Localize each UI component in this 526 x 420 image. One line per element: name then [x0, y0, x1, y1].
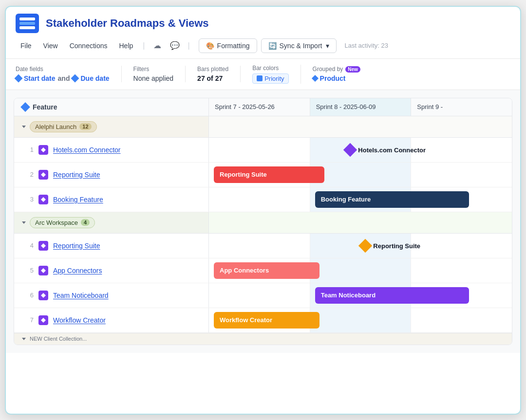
nav-help[interactable]: Help [114, 39, 138, 53]
arc-reporting-label: Reporting Suite [373, 242, 420, 249]
grouped-by-label: Grouped by New [313, 66, 360, 73]
row-num-3: 3 [22, 196, 34, 203]
gantt-column-header: Feature [14, 98, 209, 116]
filters-label: Filters [133, 66, 174, 73]
priority-badge[interactable]: Priority [252, 73, 288, 84]
sprint-header-2: Sprint 8 - 2025-06-09 [310, 98, 412, 116]
bottom-hint-left: NEW Client Collection... [14, 336, 209, 342]
chat-icon[interactable]: 💬 [167, 38, 183, 54]
booking-feature-bar-label: Booking Feature [321, 196, 371, 203]
product-icon [312, 75, 319, 82]
nav-file[interactable]: File [16, 39, 37, 53]
group-left-2: Arc Workspace 4 [14, 212, 209, 233]
palette-icon: 🎨 [206, 42, 214, 50]
bars-plotted-section: Bars plotted 27 of 27 [197, 66, 241, 82]
product-text[interactable]: Product [320, 74, 346, 82]
svg-marker-3 [41, 243, 46, 248]
feature-header-text: Feature [33, 103, 57, 111]
table-row: 7 Workflow Creator Workflow Creator [14, 308, 512, 333]
row-name-1[interactable]: Hotels.com Connector [53, 146, 121, 154]
workflow-creator-bar-label: Workflow Creator [220, 316, 272, 324]
team-noticeboard-bar-label: Team Noticeboard [321, 292, 376, 299]
logo-line-2 [19, 22, 35, 25]
row-name-7[interactable]: Workflow Creator [53, 316, 106, 324]
priority-icon [257, 75, 263, 81]
row-name-2[interactable]: Reporting Suite [53, 171, 100, 179]
date-fields-section: Date fields Start date and Due date [16, 66, 122, 82]
bars-plotted-count: 27 of 27 [197, 74, 223, 82]
gantt-cell-5-2 [310, 258, 412, 283]
gantt-cell-5-1: App Connectors [209, 258, 310, 283]
row-name-3[interactable]: Booking Feature [53, 196, 103, 203]
feature-diamond-icon [20, 102, 30, 112]
row-name-5[interactable]: App Connectors [53, 267, 102, 274]
sync-import-button[interactable]: 🔄 Sync & Import ▾ [261, 38, 337, 53]
due-date-icon [71, 74, 79, 83]
reporting-suite-bar: Reporting Suite [214, 166, 324, 183]
group-count-2: 4 [81, 219, 90, 226]
feature-icon-6 [38, 291, 48, 300]
start-date-icon [15, 74, 23, 83]
hotels-bar-label: Hotels.com Connector [358, 146, 426, 153]
group-row-2: Arc Workspace 4 [14, 212, 512, 234]
row-num-4: 4 [22, 242, 34, 249]
gantt-cell-7-1: Workflow Creator [209, 308, 310, 332]
grouped-by-section: Grouped by New Product [313, 66, 360, 82]
start-date-text[interactable]: Start date [24, 74, 56, 82]
header-top: Stakeholder Roadmaps & Views [16, 14, 510, 33]
nav-view[interactable]: View [38, 39, 63, 53]
chevron-down-icon-2[interactable] [22, 221, 26, 224]
gantt-sprint-headers: Sprint 7 - 2025-05-26 Sprint 8 - 2025-06… [209, 98, 512, 116]
due-date-text[interactable]: Due date [80, 74, 109, 82]
none-applied-text[interactable]: None applied [133, 74, 174, 82]
row-name-4[interactable]: Reporting Suite [53, 242, 100, 250]
gantt-cell-4-1 [209, 234, 310, 258]
row-left-2: 2 Reporting Suite [14, 163, 209, 187]
formatting-button[interactable]: 🎨 Formatting [199, 38, 257, 53]
app-title: Stakeholder Roadmaps & Views [46, 17, 209, 30]
row-name-6[interactable]: Team Noticeboard [53, 292, 109, 299]
new-badge: New [345, 66, 360, 73]
nav-connections[interactable]: Connections [65, 39, 113, 53]
gantt-cell-1-3 [411, 138, 512, 162]
feature-icon-7 [38, 315, 48, 325]
gantt-cell-2-3 [411, 163, 512, 187]
header-nav: File View Connections Help | ☁ 💬 | 🎨 For… [16, 38, 510, 58]
group-row-1: Alelphi Launch 12 [14, 116, 512, 138]
bar-colors-section: Bar colors Priority [252, 65, 301, 84]
grouped-by-value: Product [313, 74, 360, 82]
main-content: Feature Sprint 7 - 2025-05-26 Sprint 8 -… [6, 90, 520, 353]
filters-bar: Date fields Start date and Due date Filt… [6, 59, 520, 90]
logo-line-3 [19, 26, 35, 29]
row-right-4: Reporting Suite [209, 234, 512, 258]
gantt-header: Feature Sprint 7 - 2025-05-26 Sprint 8 -… [14, 98, 512, 116]
row-right-6: Team Noticeboard [209, 283, 512, 308]
cloud-icon[interactable]: ☁ [150, 38, 165, 54]
gantt-cell-2-1: Reporting Suite [209, 163, 310, 187]
date-fields-value: Start date and Due date [16, 74, 110, 82]
table-row: 6 Team Noticeboard Team Noticeboard [14, 283, 512, 308]
bars-plotted-value: 27 of 27 [197, 74, 228, 82]
group-right-1 [209, 116, 512, 137]
group-right-2 [209, 212, 512, 233]
svg-marker-1 [41, 172, 46, 177]
bar-colors-label: Bar colors [252, 65, 288, 72]
app-connectors-bar-label: App Connectors [220, 267, 269, 274]
gantt-cell-6-2: Team Noticeboard [310, 283, 412, 308]
svg-marker-4 [41, 268, 46, 273]
feature-icon-3 [38, 195, 48, 204]
row-num-6: 6 [22, 292, 34, 299]
gantt-cell-7-3 [411, 308, 512, 332]
svg-marker-0 [41, 147, 46, 152]
group-tag-1[interactable]: Alelphi Launch 12 [30, 121, 97, 132]
gantt-container: Feature Sprint 7 - 2025-05-26 Sprint 8 -… [14, 98, 512, 345]
table-row: 4 Reporting Suite Reporting Suite [14, 234, 512, 258]
row-right-3: Booking Feature [209, 187, 512, 212]
row-left-7: 7 Workflow Creator [14, 308, 209, 332]
group-tag-2[interactable]: Arc Workspace 4 [30, 217, 95, 228]
filters-value: None applied [133, 74, 174, 82]
bar-colors-text: Priority [264, 75, 284, 82]
row-left-3: 3 Booking Feature [14, 187, 209, 212]
chevron-down-icon-1[interactable] [22, 126, 26, 128]
gantt-cell-4-3 [411, 234, 512, 258]
